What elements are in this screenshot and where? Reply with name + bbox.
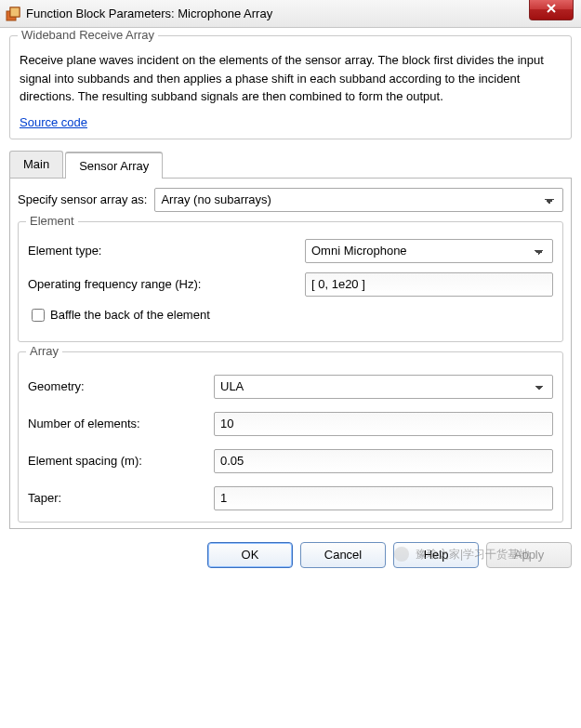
ok-button[interactable]: OK bbox=[207, 542, 293, 568]
close-button[interactable] bbox=[529, 0, 574, 20]
tab-row: Main Sensor Array bbox=[9, 151, 572, 179]
tab-sensor-array[interactable]: Sensor Array bbox=[65, 152, 163, 179]
element-type-select[interactable]: Omni Microphone bbox=[305, 239, 553, 263]
description-text: Receive plane waves incident on the elem… bbox=[20, 51, 561, 106]
content-area: Wideband Receive Array Receive plane wav… bbox=[0, 28, 581, 529]
baffle-label: Baffle the back of the element bbox=[50, 308, 210, 322]
app-icon bbox=[6, 7, 20, 21]
array-fieldset: Array Geometry: ULA Number of elements: … bbox=[18, 351, 563, 523]
num-elements-label: Number of elements: bbox=[28, 417, 214, 430]
specify-row: Specify sensor array as: Array (no subar… bbox=[18, 188, 563, 212]
array-legend: Array bbox=[26, 344, 62, 358]
freq-range-label: Operating frequency range (Hz): bbox=[28, 277, 297, 291]
element-type-label: Element type: bbox=[28, 244, 297, 258]
specify-label: Specify sensor array as: bbox=[18, 192, 147, 206]
geometry-select[interactable]: ULA bbox=[214, 375, 553, 399]
button-bar: OK Cancel Help Apply bbox=[0, 529, 581, 577]
taper-label: Taper: bbox=[28, 491, 214, 505]
source-code-link[interactable]: Source code bbox=[20, 115, 87, 129]
baffle-checkbox[interactable] bbox=[32, 309, 45, 322]
tab-main[interactable]: Main bbox=[9, 151, 63, 178]
freq-range-input[interactable] bbox=[305, 272, 553, 297]
window-title: Function Block Parameters: Microphone Ar… bbox=[26, 7, 529, 20]
titlebar: Function Block Parameters: Microphone Ar… bbox=[0, 0, 581, 28]
geometry-label: Geometry: bbox=[28, 379, 214, 393]
help-button[interactable]: Help bbox=[393, 542, 479, 568]
element-fieldset: Element Element type: Omni Microphone Op… bbox=[18, 221, 563, 342]
svg-rect-2 bbox=[10, 7, 20, 17]
dialog-window: Function Block Parameters: Microphone Ar… bbox=[0, 0, 581, 577]
element-spacing-label: Element spacing (m): bbox=[28, 454, 214, 468]
baffle-row: Baffle the back of the element bbox=[28, 306, 553, 324]
close-icon bbox=[547, 3, 556, 16]
element-legend: Element bbox=[26, 214, 78, 228]
num-elements-input[interactable] bbox=[214, 412, 553, 436]
apply-button[interactable]: Apply bbox=[486, 542, 572, 568]
freq-range-row: Operating frequency range (Hz): bbox=[28, 272, 553, 297]
description-heading: Wideband Receive Array bbox=[18, 28, 158, 42]
taper-input[interactable] bbox=[214, 486, 553, 510]
tab-pane-sensor-array: Specify sensor array as: Array (no subar… bbox=[9, 179, 572, 529]
element-type-row: Element type: Omni Microphone bbox=[28, 239, 553, 263]
cancel-button[interactable]: Cancel bbox=[300, 542, 386, 568]
element-spacing-input[interactable] bbox=[214, 449, 553, 473]
description-frame: Wideband Receive Array Receive plane wav… bbox=[9, 35, 572, 139]
specify-select[interactable]: Array (no subarrays) bbox=[154, 188, 563, 212]
